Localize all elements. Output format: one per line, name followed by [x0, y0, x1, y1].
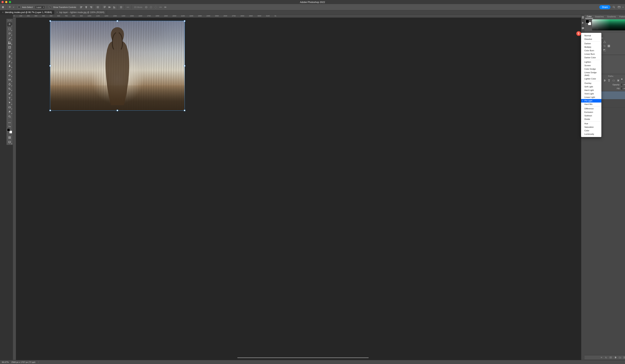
- expand-icon[interactable]: »: [10, 20, 11, 21]
- blend-mode-item[interactable]: Multiply: [581, 45, 601, 49]
- search-icon[interactable]: [612, 5, 616, 9]
- chevron-right-icon[interactable]: 〉: [38, 361, 40, 364]
- blend-mode-item[interactable]: Screen: [581, 64, 601, 67]
- crop-tool[interactable]: [7, 41, 12, 45]
- blend-mode-item[interactable]: Color: [581, 129, 601, 132]
- blend-mode-item[interactable]: Difference: [581, 107, 601, 111]
- healing-brush-tool[interactable]: [7, 55, 12, 59]
- distribute-v-icon[interactable]: [120, 6, 123, 9]
- layer-style-icon[interactable]: fx: [605, 356, 607, 359]
- align-middle-v-icon[interactable]: [108, 6, 111, 9]
- blend-mode-item[interactable]: Exclusion: [581, 111, 601, 114]
- blend-mode-item[interactable]: Color Dodge: [581, 67, 601, 71]
- filter-shape-icon[interactable]: [612, 79, 615, 82]
- blend-mode-item[interactable]: Divide: [581, 117, 601, 121]
- blend-mode-item[interactable]: Linear Dodge (Add): [581, 71, 601, 77]
- channel-mixer-icon[interactable]: [603, 44, 606, 48]
- show-transform-checkbox[interactable]: [49, 6, 51, 8]
- blend-mode-item[interactable]: Normal: [581, 34, 601, 37]
- tab-gradients[interactable]: Gradients: [606, 15, 617, 18]
- eyedropper-tool[interactable]: [7, 50, 12, 54]
- zoom-tool[interactable]: [7, 114, 12, 119]
- frame-tool[interactable]: [7, 45, 12, 49]
- new-layer-icon[interactable]: [623, 356, 625, 359]
- rectangle-tool[interactable]: [7, 105, 12, 109]
- filter-smart-icon[interactable]: [617, 79, 620, 82]
- document-dimensions[interactable]: 2560 px x 1707 px (72 ppi): [11, 361, 35, 363]
- transform-handle[interactable]: [49, 65, 51, 67]
- distribute-icon[interactable]: [96, 6, 99, 9]
- pen-tool[interactable]: [7, 91, 12, 95]
- document-tab[interactable]: × blending modes.psd @ 66.7% (Layer 1, R…: [0, 10, 54, 14]
- auto-select-checkbox[interactable]: [18, 6, 20, 8]
- workspace-icon[interactable]: [617, 5, 621, 9]
- window-zoom[interactable]: [9, 1, 11, 3]
- zoom-level[interactable]: 66.67%: [2, 361, 9, 363]
- filter-adjust-icon[interactable]: [603, 79, 606, 82]
- layer-mask-icon[interactable]: [609, 356, 612, 359]
- history-brush-tool[interactable]: [7, 68, 12, 72]
- filter-type-icon[interactable]: [607, 79, 611, 82]
- blend-mode-dropdown[interactable]: NormalDissolveDarkenMultiplyColor BurnLi…: [581, 33, 601, 137]
- swap-colors-icon[interactable]: [7, 125, 12, 128]
- align-left-icon[interactable]: [80, 6, 83, 9]
- blend-mode-item[interactable]: Linear Burn: [581, 52, 601, 56]
- link-layers-icon[interactable]: [600, 356, 603, 359]
- quick-mask-tool[interactable]: [7, 136, 12, 140]
- auto-select-target[interactable]: Layer: [35, 5, 45, 9]
- more-options-icon[interactable]: [126, 6, 129, 9]
- dodge-tool[interactable]: [7, 87, 12, 91]
- path-selection-tool[interactable]: [7, 101, 12, 105]
- foreground-background-colors[interactable]: [7, 128, 12, 134]
- move-tool[interactable]: [7, 22, 12, 26]
- lasso-tool[interactable]: [7, 31, 12, 36]
- color-fg-bg[interactable]: [586, 20, 591, 25]
- close-icon[interactable]: ×: [57, 11, 58, 14]
- eraser-tool[interactable]: [7, 73, 12, 77]
- blend-mode-item[interactable]: Hard Mix: [581, 103, 601, 106]
- blend-mode-item[interactable]: Saturation: [581, 125, 601, 129]
- brush-tool[interactable]: [7, 59, 12, 63]
- horizontal-scrollbar[interactable]: [28, 357, 578, 359]
- transform-handle[interactable]: [117, 20, 118, 22]
- transform-handle[interactable]: [49, 110, 51, 111]
- hand-tool[interactable]: [7, 110, 12, 114]
- window-close[interactable]: [1, 1, 4, 3]
- home-icon[interactable]: [1, 6, 4, 9]
- blend-mode-item[interactable]: Subtract: [581, 114, 601, 117]
- transform-handle[interactable]: [184, 20, 185, 22]
- clone-stamp-tool[interactable]: [7, 64, 12, 68]
- blend-mode-item[interactable]: Lighten: [581, 60, 601, 64]
- magic-wand-tool[interactable]: [7, 36, 12, 40]
- collapse-icon[interactable]: «: [8, 20, 9, 21]
- selective-color-icon[interactable]: [603, 49, 606, 52]
- blend-mode-item[interactable]: Color Burn: [581, 49, 601, 52]
- vibrance-icon[interactable]: [603, 40, 606, 43]
- blend-mode-item[interactable]: Dissolve: [581, 37, 601, 41]
- blur-tool[interactable]: [7, 82, 12, 86]
- align-right-icon[interactable]: [90, 6, 93, 9]
- blend-mode-item[interactable]: Luminosity: [581, 132, 601, 136]
- transform-bounding-box[interactable]: [50, 21, 185, 111]
- align-center-h-icon[interactable]: [85, 6, 88, 9]
- screen-mode-tool[interactable]: [7, 140, 12, 144]
- transform-handle[interactable]: [117, 110, 118, 111]
- transform-handle[interactable]: [184, 65, 185, 67]
- align-top-icon[interactable]: [103, 6, 106, 9]
- close-icon[interactable]: ×: [2, 11, 3, 14]
- blend-mode-item[interactable]: Hard Light: [581, 88, 601, 92]
- blend-mode-item[interactable]: Linear Light: [581, 95, 601, 99]
- document-tab[interactable]: × top layer – lighten mode.jpg @ 100% (R…: [54, 10, 107, 14]
- tab-color[interactable]: Color: [585, 15, 593, 18]
- blend-mode-item[interactable]: Overlay: [581, 82, 601, 85]
- ruler-vertical[interactable]: [13, 18, 16, 360]
- share-button[interactable]: Share: [599, 5, 610, 9]
- window-minimize[interactable]: [5, 1, 7, 3]
- tab-paths[interactable]: Paths: [607, 75, 615, 78]
- marquee-tool[interactable]: [7, 27, 12, 31]
- ruler-horizontal[interactable]: 0100200300400500600700800900100011001200…: [13, 15, 581, 18]
- opacity-value[interactable]: 100%: [621, 83, 625, 86]
- transform-handle[interactable]: [184, 110, 185, 111]
- type-tool[interactable]: [7, 96, 12, 100]
- tab-patterns[interactable]: Patterns: [618, 15, 625, 18]
